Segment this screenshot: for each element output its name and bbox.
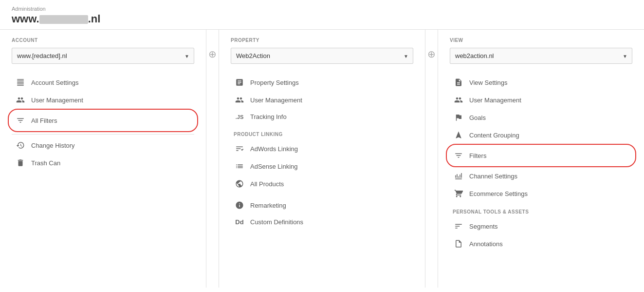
domain-suffix: .nl xyxy=(88,13,101,25)
segments-item[interactable]: Segments xyxy=(450,217,632,235)
view-user-management-label: User Management xyxy=(469,97,521,104)
filter-icon-view xyxy=(453,151,464,160)
view-filters-label: Filters xyxy=(469,152,486,159)
domain-prefix: www. xyxy=(12,13,39,25)
product-linking-header: PRODUCT LINKING xyxy=(231,125,413,140)
channel-settings-label: Channel Settings xyxy=(469,173,517,180)
annotations-item[interactable]: Annotations xyxy=(450,235,632,253)
view-dropdown[interactable]: web2action.nl xyxy=(450,48,632,64)
js-icon: .JS xyxy=(234,114,245,120)
annotations-icon xyxy=(453,239,464,248)
content-icon xyxy=(453,131,464,139)
adsense-linking-item[interactable]: AdSense Linking xyxy=(231,157,413,175)
view-icon xyxy=(453,78,464,87)
ecommerce-settings-item[interactable]: Ecommerce Settings xyxy=(450,185,632,202)
customdef-icon: Dd xyxy=(234,218,245,226)
property-user-management-item[interactable]: User Management xyxy=(231,91,413,109)
property-column: PROPERTY Web2Action ▼ Property Settings … xyxy=(219,30,425,288)
view-dropdown-wrap: web2action.nl ▼ xyxy=(450,48,632,64)
adwords-linking-label: AdWords Linking xyxy=(250,145,298,153)
header: Administration www..nl xyxy=(0,0,644,30)
remarketing-label: Remarketing xyxy=(250,202,286,209)
view-users-icon xyxy=(453,96,464,104)
property-dropdown-wrap: Web2Action ▼ xyxy=(231,48,413,64)
personal-tools-header: PERSONAL TOOLS & ASSETS xyxy=(450,202,632,217)
view-filters-item[interactable]: Filters xyxy=(450,147,632,164)
account-column: ACCOUNT www.[redacted].nl ▼ Account Sett… xyxy=(0,30,206,288)
ecommerce-icon xyxy=(453,189,464,198)
property-users-icon xyxy=(234,96,245,104)
arrow-1-icon: ⊕ xyxy=(208,48,217,60)
all-products-label: All Products xyxy=(250,180,284,188)
adsense-linking-label: AdSense Linking xyxy=(250,163,298,170)
segments-icon xyxy=(453,222,464,231)
trash-can-label: Trash Can xyxy=(31,159,60,167)
history-icon xyxy=(15,141,26,150)
property-settings-label: Property Settings xyxy=(250,79,299,86)
divider-1 xyxy=(12,134,194,135)
property-user-management-label: User Management xyxy=(250,97,302,104)
goals-icon xyxy=(453,113,464,122)
arrow-2: ⊕ xyxy=(425,30,438,288)
all-products-item[interactable]: All Products xyxy=(231,175,413,193)
property-col-label: PROPERTY xyxy=(231,38,413,43)
tracking-info-label: Tracking Info xyxy=(250,113,287,120)
remarketing-item[interactable]: Remarketing xyxy=(231,196,413,214)
property-dropdown[interactable]: Web2Action xyxy=(231,48,413,64)
account-user-management-item[interactable]: User Management xyxy=(12,91,194,109)
allproducts-icon xyxy=(234,179,245,188)
view-col-label: VIEW xyxy=(450,38,632,43)
property-icon xyxy=(234,78,245,87)
channel-icon xyxy=(453,172,464,180)
account-col-label: ACCOUNT xyxy=(12,38,194,43)
view-settings-item[interactable]: View Settings xyxy=(450,74,632,91)
account-dropdown-wrap: www.[redacted].nl ▼ xyxy=(12,48,194,64)
tracking-info-item[interactable]: .JS Tracking Info xyxy=(231,109,413,125)
trash-can-item[interactable]: Trash Can xyxy=(12,154,194,172)
users-icon xyxy=(15,96,26,104)
admin-label: Administration xyxy=(12,6,632,12)
goals-item[interactable]: Goals xyxy=(450,109,632,126)
content-grouping-label: Content Grouping xyxy=(469,132,519,139)
remarketing-icon xyxy=(234,201,245,210)
filter-icon-account xyxy=(15,116,26,125)
change-history-label: Change History xyxy=(31,142,75,149)
channel-settings-item[interactable]: Channel Settings xyxy=(450,167,632,185)
all-filters-label: All Filters xyxy=(31,117,57,124)
domain: www..nl xyxy=(12,13,632,25)
building-icon xyxy=(15,78,26,87)
adsense-icon xyxy=(234,162,245,171)
view-column: VIEW web2action.nl ▼ View Settings User … xyxy=(438,30,644,288)
account-settings-label: Account Settings xyxy=(31,79,79,86)
view-user-management-item[interactable]: User Management xyxy=(450,91,632,109)
goals-label: Goals xyxy=(469,114,486,121)
custom-definitions-label: Custom Definitions xyxy=(250,218,303,226)
view-settings-label: View Settings xyxy=(469,79,508,86)
account-user-management-label: User Management xyxy=(31,97,83,104)
all-filters-item[interactable]: All Filters xyxy=(12,112,194,129)
content-grouping-item[interactable]: Content Grouping xyxy=(450,126,632,144)
arrow-2-icon: ⊕ xyxy=(427,48,436,60)
account-dropdown[interactable]: www.[redacted].nl xyxy=(12,48,194,64)
change-history-item[interactable]: Change History xyxy=(12,136,194,154)
ecommerce-settings-label: Ecommerce Settings xyxy=(469,190,528,197)
account-settings-item[interactable]: Account Settings xyxy=(12,74,194,91)
property-settings-item[interactable]: Property Settings xyxy=(231,74,413,91)
adwords-linking-item[interactable]: AdWords Linking xyxy=(231,140,413,157)
domain-blur xyxy=(39,15,88,24)
annotations-label: Annotations xyxy=(469,240,503,248)
segments-label: Segments xyxy=(469,223,498,230)
adwords-icon xyxy=(234,144,245,153)
custom-definitions-item[interactable]: Dd Custom Definitions xyxy=(231,214,413,230)
trash-icon xyxy=(15,158,26,167)
arrow-1: ⊕ xyxy=(206,30,219,288)
